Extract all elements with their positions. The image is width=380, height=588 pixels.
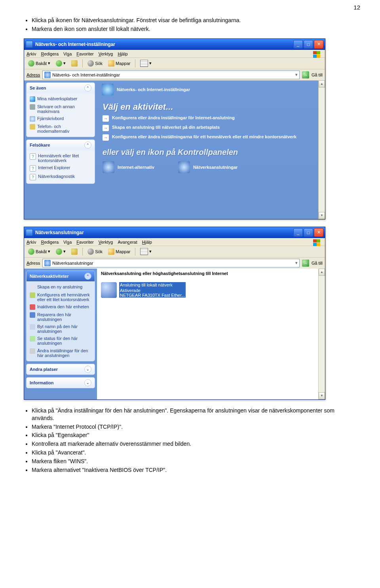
task-link[interactable]: →Konfigurera eller ändra inställningar f… xyxy=(97,114,325,123)
scroll-up-button[interactable]: ▲ xyxy=(319,80,325,88)
up-button[interactable] xyxy=(70,248,79,256)
sidebar-item[interactable]: ?Nätverksdiagnostik xyxy=(30,173,91,181)
folders-button[interactable]: Mappar xyxy=(106,59,132,67)
task-rename-connection[interactable]: Byt namn på den här anslutningen xyxy=(30,323,91,335)
panel-title: Nätverksaktiviteter xyxy=(30,274,68,279)
sidebar-item[interactable]: Mina nätverksplatser xyxy=(30,95,91,103)
task-disable-device[interactable]: Inaktivera den här enheten xyxy=(30,303,91,311)
search-button[interactable]: Sök xyxy=(86,59,104,67)
maximize-button[interactable]: □ xyxy=(304,40,313,49)
sidebar-item[interactable]: Telefon- och modemalternativ xyxy=(30,123,91,135)
back-button[interactable]: Bakåt ▾ xyxy=(27,248,52,256)
lan-connection-icon xyxy=(101,282,117,298)
rename-icon xyxy=(30,324,35,330)
close-button[interactable]: ✕ xyxy=(314,40,323,49)
close-button[interactable]: ✕ xyxy=(314,228,323,237)
outro-bullets: Klicka på "Ändra inställningar för den h… xyxy=(24,407,356,474)
scrollbar[interactable]: ▲ ▼ xyxy=(318,269,325,399)
category-title: Nätverks- och Internet-inställningar xyxy=(117,87,190,92)
task-view-status[interactable]: Se status för den här anslutningen xyxy=(30,335,91,347)
folders-button[interactable]: Mappar xyxy=(106,248,132,256)
menu-redigera[interactable]: Redigera xyxy=(41,240,59,244)
bullet: Markera fliken "WINS". xyxy=(32,458,356,465)
menu-favoriter[interactable]: Favoriter xyxy=(76,240,93,244)
arrow-icon: → xyxy=(103,115,109,122)
expand-icon[interactable]: ⌄ xyxy=(84,379,91,386)
task-setup-network[interactable]: Konfigurera ett hemnätverk eller ett lit… xyxy=(30,291,91,303)
forward-button[interactable]: ▾ xyxy=(54,248,67,256)
minimize-button[interactable]: _ xyxy=(293,40,303,49)
network-places-icon xyxy=(30,96,35,102)
menu-avancerat[interactable]: Avancerat xyxy=(118,240,137,244)
go-button[interactable]: → xyxy=(302,71,309,78)
collapse-icon[interactable]: ⌃ xyxy=(84,84,91,92)
task-create-connection[interactable]: Skapa en ny anslutning xyxy=(30,283,91,291)
views-icon xyxy=(140,60,148,67)
back-button[interactable]: Bakåt ▾ xyxy=(27,59,52,67)
scrollbar[interactable]: ▲ ▼ xyxy=(318,80,325,219)
minimize-button[interactable]: _ xyxy=(293,228,303,237)
address-icon xyxy=(44,260,51,266)
task-change-settings[interactable]: Ändra inställningar för den här anslutni… xyxy=(30,347,91,359)
search-icon xyxy=(87,248,94,255)
help-icon: ? xyxy=(30,174,36,180)
menu-redigera[interactable]: Redigera xyxy=(41,52,59,56)
internet-options-icon xyxy=(103,161,114,173)
sidebar-item[interactable]: ?Internet Explorer xyxy=(30,164,91,173)
repair-icon xyxy=(30,312,35,318)
menu-hjalp[interactable]: Hjälp xyxy=(118,52,127,56)
task-link[interactable]: →Konfigurera eller ändra inställningarna… xyxy=(97,133,325,142)
sidebar-item[interactable]: Fjärrskrivbord xyxy=(30,115,91,123)
sidebar-item[interactable]: ?Hemnätverk eller litet kontorsnätverk xyxy=(30,152,91,164)
collapse-icon[interactable]: ⌃ xyxy=(84,273,91,280)
cp-icon-internet-options[interactable]: Internet-alternativ xyxy=(103,161,154,173)
menu-arkiv[interactable]: Arkiv xyxy=(27,52,36,56)
window-title: Nätverks- och Internet-inställningar xyxy=(35,42,293,47)
folders-icon xyxy=(108,60,114,67)
views-button[interactable]: ▾ xyxy=(139,59,153,68)
sidebar-item[interactable]: Skrivare och annan maskinvara xyxy=(30,103,91,115)
content-pane: Nätverks- och Internet-inställningar Väl… xyxy=(97,80,325,219)
task-repair-connection[interactable]: Reparera den här anslutningen xyxy=(30,311,91,323)
lan-connection-item[interactable]: Anslutning till lokalt nätverk Aktiverad… xyxy=(97,278,325,302)
heading-or-pick-icon: eller välj en ikon på Kontrollpanelen xyxy=(97,142,325,158)
menu-visa[interactable]: Visa xyxy=(63,52,72,56)
maximize-button[interactable]: □ xyxy=(304,228,313,237)
menu-visa[interactable]: Visa xyxy=(63,240,72,244)
menu-favoriter[interactable]: Favoriter xyxy=(76,52,93,56)
task-link[interactable]: →Skapa en anslutning till nätverket på d… xyxy=(97,123,325,133)
views-button[interactable]: ▾ xyxy=(139,247,153,256)
settings-icon xyxy=(30,348,35,354)
back-icon xyxy=(28,60,34,67)
forward-button[interactable]: ▾ xyxy=(54,59,67,67)
address-field[interactable]: Nätverks- och Internet-inställningar ▾ xyxy=(42,71,300,79)
arrow-icon: → xyxy=(103,134,109,141)
titlebar[interactable]: Nätverks- och Internet-inställningar _ □… xyxy=(24,39,325,50)
address-label: Adress xyxy=(27,261,40,265)
intro-bullets: Klicka på ikonen för Nätverksanslutninga… xyxy=(24,17,356,33)
printers-icon xyxy=(30,104,35,110)
status-icon xyxy=(30,336,35,342)
panel-information: Information⌄ xyxy=(27,378,95,388)
toolbar: Bakåt ▾ ▾ Sök Mappar ▾ xyxy=(24,246,325,257)
heading-pick-activity: Välj en aktivitet... xyxy=(97,99,325,114)
scroll-up-button[interactable]: ▲ xyxy=(319,269,325,276)
category-icon xyxy=(102,84,114,95)
menu-arkiv[interactable]: Arkiv xyxy=(27,240,36,244)
menu-hjalp[interactable]: Hjälp xyxy=(142,240,152,244)
cp-icon-network-connections[interactable]: Nätverksanslutningar xyxy=(178,161,238,173)
menu-verktyg[interactable]: Verktyg xyxy=(99,52,113,56)
bullet: Klicka på "Ändra inställningar för den h… xyxy=(32,407,356,422)
search-button[interactable]: Sök xyxy=(86,248,104,256)
go-button[interactable]: → xyxy=(302,260,309,267)
views-icon xyxy=(140,248,148,255)
address-field[interactable]: Nätverksanslutningar ▾ xyxy=(42,259,300,267)
collapse-icon[interactable]: ⌃ xyxy=(84,141,91,149)
titlebar[interactable]: Nätverksanslutningar _ □ ✕ xyxy=(24,227,325,238)
expand-icon[interactable]: ⌄ xyxy=(84,366,91,373)
up-icon xyxy=(71,60,78,67)
scroll-down-button[interactable]: ▼ xyxy=(319,212,325,219)
menu-verktyg[interactable]: Verktyg xyxy=(99,240,113,244)
scroll-down-button[interactable]: ▼ xyxy=(319,392,325,399)
up-button[interactable] xyxy=(70,59,79,67)
